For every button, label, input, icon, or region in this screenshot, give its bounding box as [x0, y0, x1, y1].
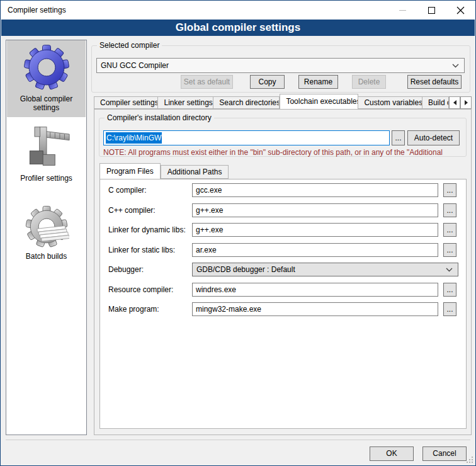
tab-custom-variables[interactable]: Custom variables — [358, 96, 422, 109]
page-header: Global compiler settings — [1, 20, 475, 36]
copy-button[interactable]: Copy — [250, 75, 285, 89]
chevron-down-icon — [446, 268, 453, 272]
sidebar-item-profiler-settings[interactable]: Profiler settings — [7, 121, 86, 184]
tab-additional-paths[interactable]: Additional Paths — [161, 165, 229, 179]
delete-button[interactable]: Delete — [352, 75, 386, 89]
reset-defaults-button[interactable]: Reset defaults — [407, 75, 462, 89]
resource-compiler-label: Resource compiler: — [108, 285, 173, 294]
blue-gear-icon — [22, 43, 71, 92]
linker-static-input[interactable] — [192, 243, 438, 257]
resource-compiler-row: Resource compiler: ... — [100, 283, 466, 297]
make-program-input[interactable] — [192, 302, 438, 316]
linker-dynamic-browse-button[interactable]: ... — [443, 223, 456, 237]
resize-grip[interactable] — [467, 457, 473, 463]
linker-static-label: Linker for static libs: — [108, 246, 175, 254]
c-compiler-row: C compiler: ... — [100, 183, 466, 197]
tab-compiler-settings[interactable]: Compiler settings — [94, 96, 158, 109]
rename-button[interactable]: Rename — [298, 75, 338, 89]
batch-builds-gear-icon — [24, 204, 69, 249]
arrow-left-icon — [453, 100, 456, 105]
installation-directory-group-label: Compiler's installation directory — [105, 113, 214, 122]
caliper-icon — [21, 123, 72, 171]
bin-subdirectory-note: NOTE: All programs must exist either in … — [103, 148, 465, 157]
debugger-label: Debugger: — [108, 265, 144, 274]
tab-program-files[interactable]: Program Files — [99, 163, 161, 179]
tab-build-options[interactable]: Build options — [422, 96, 449, 109]
cpp-compiler-browse-button[interactable]: ... — [443, 203, 456, 217]
sidebar-item-global-compiler-settings[interactable]: Global compiler settings — [7, 40, 86, 117]
settings-tab-bar: Compiler settings Linker settings Search… — [94, 94, 472, 109]
sidebar-item-label: Profiler settings — [7, 173, 86, 183]
program-files-page: C compiler: ... C++ compiler: ... Linker… — [99, 179, 467, 429]
linker-dynamic-label: Linker for dynamic libs: — [108, 225, 186, 234]
footer-separator — [6, 440, 470, 440]
set-as-default-button[interactable]: Set as default — [181, 75, 233, 89]
compiler-select[interactable]: GNU GCC Compiler — [96, 58, 465, 73]
window-controls — [388, 1, 475, 20]
resource-compiler-input[interactable] — [192, 283, 438, 297]
tab-search-directories[interactable]: Search directories — [213, 96, 280, 109]
linker-static-browse-button[interactable]: ... — [443, 243, 456, 257]
page-title: Global compiler settings — [176, 21, 300, 34]
close-icon — [456, 6, 465, 14]
title-bar: Compiler settings — [1, 1, 475, 20]
settings-category-list: Global compiler settings Profiler — [6, 40, 87, 435]
compiler-select-value: GNU GCC Compiler — [101, 61, 169, 70]
c-compiler-label: C compiler: — [108, 186, 147, 195]
installation-directory-browse-button[interactable]: ... — [392, 130, 405, 145]
tab-scroll-right-button[interactable] — [460, 96, 472, 109]
minimize-icon — [399, 10, 406, 11]
cancel-button[interactable]: Cancel — [422, 446, 467, 461]
ok-button[interactable]: OK — [370, 446, 414, 461]
resource-compiler-browse-button[interactable]: ... — [443, 283, 456, 297]
window-title: Compiler settings — [1, 6, 66, 14]
debugger-select-value: GDB/CDB debugger : Default — [196, 265, 295, 274]
tab-scrollers — [449, 96, 472, 109]
c-compiler-input[interactable] — [192, 183, 438, 197]
selected-compiler-group: Selected compiler GNU GCC Compiler Set a… — [91, 45, 470, 93]
selected-compiler-group-label: Selected compiler — [97, 41, 162, 50]
tab-linker-settings[interactable]: Linker settings — [158, 96, 213, 109]
c-compiler-browse-button[interactable]: ... — [443, 183, 456, 197]
cpp-compiler-label: C++ compiler: — [108, 206, 156, 215]
debugger-row: Debugger: GDB/CDB debugger : Default — [100, 263, 466, 276]
installation-directory-input[interactable]: C:\raylib\MinGW — [103, 130, 390, 145]
auto-detect-button[interactable]: Auto-detect — [407, 130, 460, 145]
make-program-label: Make program: — [108, 305, 159, 314]
installation-directory-selected-text: C:\raylib\MinGW — [106, 132, 162, 144]
maximize-button[interactable] — [417, 1, 446, 20]
debugger-select[interactable]: GDB/CDB debugger : Default — [192, 263, 458, 276]
tab-toolchain-executables[interactable]: Toolchain executables — [280, 94, 358, 109]
linker-dynamic-row: Linker for dynamic libs: ... — [100, 223, 466, 237]
arrow-right-icon — [465, 100, 468, 105]
program-files-tab-bar: Program Files Additional Paths — [99, 163, 229, 179]
make-program-browse-button[interactable]: ... — [443, 302, 456, 316]
chevron-down-icon — [452, 64, 459, 68]
sidebar-item-batch-builds[interactable]: Batch builds — [7, 202, 86, 264]
cpp-compiler-input[interactable] — [192, 203, 438, 217]
close-button[interactable] — [446, 1, 475, 20]
sidebar-item-label: Global compiler settings — [7, 93, 86, 112]
make-program-row: Make program: ... — [100, 302, 466, 316]
tab-scroll-left-button[interactable] — [449, 96, 460, 109]
linker-dynamic-input[interactable] — [192, 223, 438, 237]
linker-static-row: Linker for static libs: ... — [100, 243, 466, 257]
compiler-settings-dialog: Compiler settings Global compiler settin… — [0, 0, 476, 466]
sidebar-item-label: Batch builds — [7, 251, 86, 261]
maximize-icon — [428, 7, 435, 14]
installation-directory-group: Compiler's installation directory C:\ray… — [99, 118, 467, 157]
cpp-compiler-row: C++ compiler: ... — [100, 203, 466, 217]
minimize-button[interactable] — [388, 1, 417, 20]
